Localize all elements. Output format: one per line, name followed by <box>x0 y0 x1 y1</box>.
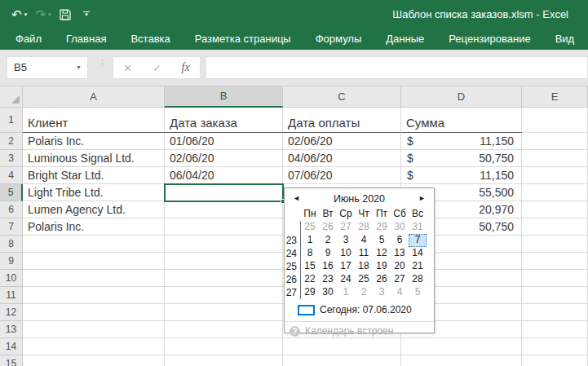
calendar-day[interactable]: 2 <box>319 234 337 247</box>
row-header-11[interactable]: 11 <box>0 287 23 304</box>
select-all-corner[interactable] <box>0 86 23 108</box>
row-header-12[interactable]: 12 <box>0 304 23 321</box>
calendar-day[interactable]: 31 <box>409 221 427 234</box>
cell-a15[interactable] <box>23 355 165 366</box>
calendar-day[interactable]: 24 <box>337 273 355 286</box>
redo-button[interactable]: ↷ ▼ <box>36 8 53 20</box>
cell-b3[interactable]: 02/06/20 <box>165 150 283 167</box>
cell-e11[interactable] <box>522 287 588 304</box>
calendar-day[interactable]: 19 <box>373 260 391 273</box>
row-header-6[interactable]: 6 <box>0 201 23 218</box>
calendar-day[interactable]: 4 <box>391 286 409 299</box>
calendar-day[interactable]: 15 <box>301 260 319 273</box>
cell-d15[interactable] <box>401 355 522 366</box>
calendar-day[interactable]: 1 <box>337 286 355 299</box>
ribbon-tab-3[interactable]: Разметка страницы <box>183 29 303 50</box>
calendar-day[interactable]: 29 <box>301 286 319 299</box>
cell-e4[interactable] <box>522 167 588 184</box>
calendar-day[interactable]: 30 <box>319 286 337 299</box>
calendar-day[interactable]: 10 <box>337 247 355 260</box>
cell-b4[interactable]: 06/04/20 <box>165 167 283 184</box>
calendar-day[interactable]: 14 <box>409 247 427 260</box>
save-button[interactable] <box>60 9 71 20</box>
calendar-today-row[interactable]: Сегодня: 07.06.2020 <box>298 302 434 317</box>
calendar-day[interactable]: 25 <box>355 273 373 286</box>
column-header-e[interactable]: E <box>522 86 588 108</box>
cell-a1[interactable]: Клиент <box>23 108 165 133</box>
cell-b8[interactable] <box>165 236 283 253</box>
calendar-day[interactable]: 3 <box>337 234 355 247</box>
row-header-13[interactable]: 13 <box>0 321 23 338</box>
cell-b6[interactable] <box>165 201 283 218</box>
cell-e2[interactable] <box>522 133 588 150</box>
cell-c1[interactable]: Дата оплаты <box>283 108 401 133</box>
cell-a2[interactable]: Polaris Inc. <box>23 133 165 150</box>
row-header-7[interactable]: 7 <box>0 218 23 236</box>
formula-input[interactable] <box>206 56 588 79</box>
calendar-day[interactable]: 2 <box>355 286 373 299</box>
ribbon-tab-2[interactable]: Вставка <box>118 29 182 50</box>
ribbon-tab-6[interactable]: Рецензирование <box>436 29 542 50</box>
cell-b15[interactable] <box>165 355 283 366</box>
calendar-day[interactable]: 3 <box>373 286 391 299</box>
calendar-day[interactable]: 21 <box>409 260 427 273</box>
ribbon-tab-1[interactable]: Главная <box>54 29 118 50</box>
calendar-day[interactable]: 9 <box>319 247 337 260</box>
cell-d4[interactable]: $11,150 <box>401 167 522 184</box>
calendar-day[interactable]: 18 <box>355 260 373 273</box>
cell-a9[interactable] <box>23 253 165 270</box>
calendar-day[interactable]: 20 <box>391 260 409 273</box>
cell-e6[interactable] <box>522 201 588 218</box>
prev-month-icon[interactable]: ◄ <box>293 194 300 202</box>
cell-e5[interactable] <box>522 184 588 201</box>
cell-b14[interactable] <box>165 338 283 355</box>
cell-b2[interactable]: 01/06/20 <box>165 133 283 150</box>
cell-a8[interactable] <box>23 236 165 253</box>
row-header-10[interactable]: 10 <box>0 270 23 287</box>
cell-a12[interactable] <box>23 304 165 321</box>
cell-a13[interactable] <box>23 321 165 338</box>
column-header-a[interactable]: A <box>23 86 165 108</box>
cell-d14[interactable] <box>401 338 522 355</box>
cell-c3[interactable]: 04/06/20 <box>283 150 401 167</box>
cell-b11[interactable] <box>165 287 283 304</box>
calendar-day[interactable]: 16 <box>319 260 337 273</box>
calendar-day[interactable]: 28 <box>355 221 373 234</box>
calendar-day[interactable]: 28 <box>409 273 427 286</box>
calendar-day[interactable]: 27 <box>337 221 355 234</box>
cell-e9[interactable] <box>522 253 588 270</box>
cell-c15[interactable] <box>283 355 401 366</box>
cell-b7[interactable] <box>165 218 283 236</box>
cell-d2[interactable]: $11,150 <box>401 133 522 150</box>
cell-e13[interactable] <box>522 321 588 338</box>
cell-a5[interactable]: Light Tribe Ltd. <box>23 184 165 201</box>
calendar-day[interactable]: 6 <box>391 234 409 247</box>
cell-e12[interactable] <box>522 304 588 321</box>
calendar-day[interactable]: 23 <box>319 273 337 286</box>
column-header-b[interactable]: B <box>165 86 283 108</box>
calendar-day[interactable]: 26 <box>319 221 337 234</box>
cell-c4[interactable]: 07/06/20 <box>283 167 401 184</box>
cell-e8[interactable] <box>522 236 588 253</box>
cell-e14[interactable] <box>522 338 588 355</box>
cell-b12[interactable] <box>165 304 283 321</box>
cell-e3[interactable] <box>522 150 588 167</box>
calendar-day[interactable]: 26 <box>373 273 391 286</box>
calendar-day[interactable]: 11 <box>355 247 373 260</box>
row-header-3[interactable]: 3 <box>0 150 23 167</box>
name-box[interactable]: B5 ▼ <box>7 56 88 79</box>
calendar-day[interactable]: 30 <box>391 221 409 234</box>
cell-c14[interactable] <box>283 338 401 355</box>
next-month-icon[interactable]: ► <box>418 194 426 202</box>
ribbon-tab-7[interactable]: Вид <box>543 29 587 50</box>
row-header-15[interactable]: 15 <box>0 355 23 366</box>
enter-icon[interactable]: ✓ <box>153 62 161 74</box>
calendar-day[interactable]: 1 <box>301 234 319 247</box>
calendar-day[interactable]: 8 <box>301 247 319 260</box>
cell-a3[interactable]: Luminous Signal Ltd. <box>23 150 165 167</box>
column-header-c[interactable]: C <box>283 86 401 108</box>
undo-dropdown-icon[interactable]: ▼ <box>24 12 29 17</box>
undo-button[interactable]: ↶ ▼ <box>11 8 29 20</box>
cell-a11[interactable] <box>23 287 165 304</box>
cancel-icon[interactable]: ✕ <box>123 62 132 74</box>
